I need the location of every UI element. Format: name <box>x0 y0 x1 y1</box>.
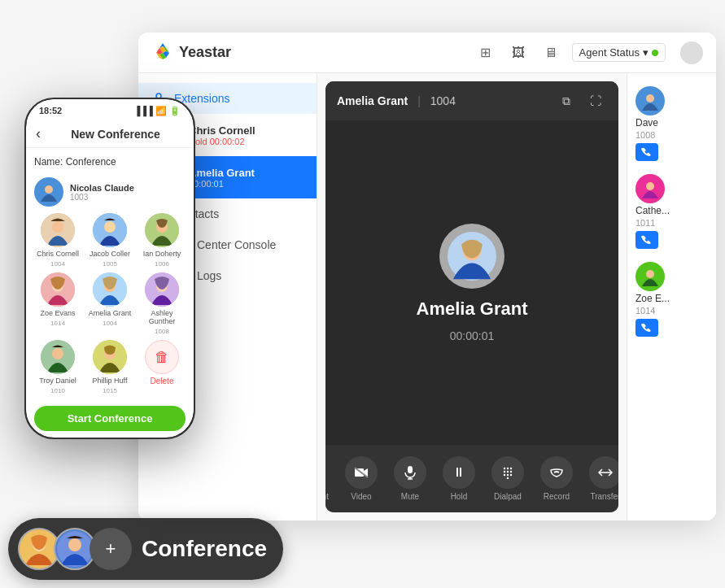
dave-call-button[interactable] <box>635 143 658 161</box>
conf-jacob-status: 1005 <box>103 260 117 268</box>
nicolas-avatar <box>34 177 63 207</box>
caller-name-display: Amelia Grant <box>417 298 528 320</box>
conf-ashley-status: 1008 <box>155 328 169 335</box>
agent-status-button[interactable]: Agent Status ▾ <box>572 43 666 62</box>
video-header: Amelia Grant | 1004 ⧉ ⛶ <box>325 81 618 120</box>
yeastar-logo-icon <box>151 41 174 64</box>
nicolas-status: 1003 <box>70 193 134 202</box>
svg-point-44 <box>646 94 654 102</box>
amelia-name: Amelia Grant <box>189 167 304 179</box>
user-avatar[interactable] <box>680 41 703 64</box>
svg-point-40 <box>507 477 509 479</box>
conference-pill-label: Conference <box>142 536 267 562</box>
chris-status: Hold 00:00:02 <box>189 137 304 146</box>
right-contact-catherine: Cathe... 1011 <box>627 168 716 255</box>
app-logo: Yeastar <box>151 41 231 64</box>
hold-button[interactable]: ⏸ Hold <box>443 456 475 501</box>
add-participant-button[interactable]: Add Participant <box>325 456 329 501</box>
conf-chris: Chris Cornell 1004 <box>34 213 81 268</box>
image-icon[interactable]: 🖼 <box>507 41 530 64</box>
main-area: Amelia Grant | 1004 ⧉ ⛶ <box>317 73 627 520</box>
conf-amelia-name: Amelia Grant <box>89 309 132 317</box>
pill-avatars: + <box>18 528 132 570</box>
pill-plus-icon: + <box>90 528 132 570</box>
conf-name-value: Conference <box>66 156 116 168</box>
zoe-avatar <box>635 262 665 291</box>
video-controls: + New Call Add Participant <box>325 445 618 512</box>
conference-pill: + Conference <box>8 518 283 580</box>
phone-screen: 18:52 ▐▐▐ 📶 🔋 ‹ New Conference Name: Con… <box>26 99 194 438</box>
conf-delete[interactable]: 🗑 Delete <box>138 340 186 394</box>
conf-delete-label: Delete <box>151 377 174 385</box>
start-conference-button[interactable]: Start Conference <box>34 406 186 431</box>
app-title: Yeastar <box>179 44 231 61</box>
catherine-call-button[interactable] <box>635 231 658 249</box>
catherine-name: Cathe... <box>635 205 670 216</box>
video-main: Amelia Grant 00:00:01 <box>325 120 618 445</box>
svg-point-45 <box>646 182 654 190</box>
agent-status-label: Agent Status <box>579 46 640 59</box>
status-indicator <box>652 50 658 56</box>
record-button[interactable]: Record <box>540 456 573 501</box>
zoe-ext: 1014 <box>635 306 655 316</box>
transfer-button[interactable]: Transfer <box>589 456 618 501</box>
conf-ian-status: 1006 <box>155 260 169 268</box>
catherine-avatar <box>635 174 665 203</box>
back-button[interactable]: ‹ <box>36 125 41 142</box>
amelia-call-info: Amelia Grant 00:00:01 <box>189 167 304 189</box>
svg-point-37 <box>504 474 505 476</box>
dave-name: Dave <box>635 117 658 128</box>
conf-ian: Ian Doherty 1006 <box>138 213 186 268</box>
nicolas-name: Nicolas Claude <box>70 183 134 193</box>
conf-zoe: Zoe Evans 1014 <box>34 272 81 335</box>
chris-call-info: Chris Cornell Hold 00:00:02 <box>189 124 304 146</box>
dialpad-button[interactable]: Dialpad <box>491 456 524 501</box>
monitor-icon[interactable]: 🖥 <box>539 41 562 64</box>
phone-signal: ▐▐▐ 📶 🔋 <box>134 106 181 116</box>
grid-icon[interactable]: ⊞ <box>474 41 497 64</box>
conf-chris-name: Chris Cornell <box>37 250 79 258</box>
svg-point-31 <box>504 468 505 469</box>
svg-point-36 <box>510 471 512 473</box>
chris-name: Chris Cornell <box>189 124 304 137</box>
conf-jacob: Jacob Coller 1005 <box>86 213 133 268</box>
dave-avatar <box>635 86 665 115</box>
conf-zoe-name: Zoe Evans <box>40 309 75 317</box>
svg-point-34 <box>504 471 505 473</box>
app-header: Yeastar ⊞ 🖼 🖥 Agent Status ▾ <box>138 33 716 73</box>
phone-time: 18:52 <box>39 106 62 115</box>
caller-avatar-large <box>439 224 504 289</box>
conf-phillip-name: Phillip Huff <box>93 377 128 385</box>
conf-grid: Chris Cornell 1004 Jacob Coller 10 <box>34 213 186 394</box>
conf-phillip-status: 1015 <box>103 387 117 394</box>
svg-point-51 <box>104 221 116 233</box>
conf-troy-name: Troy Daniel <box>39 377 76 385</box>
conf-name-label: Name: Conference <box>34 156 186 168</box>
dave-ext: 1008 <box>635 130 655 140</box>
delete-icon: 🗑 <box>145 340 179 374</box>
phone-mockup: 18:52 ▐▐▐ 📶 🔋 ‹ New Conference Name: Con… <box>24 98 195 439</box>
fullscreen-button[interactable]: ⛶ <box>584 89 607 112</box>
conf-name-key: Name: <box>34 156 63 168</box>
svg-point-46 <box>646 270 654 278</box>
mute-button[interactable]: Mute <box>394 456 426 501</box>
chevron-down-icon: ▾ <box>643 46 649 59</box>
right-contact-dave: Dave 1008 <box>627 80 716 168</box>
phone-title: New Conference <box>47 128 184 141</box>
conf-zoe-status: 1014 <box>50 320 65 327</box>
nicolas-info: Nicolas Claude 1003 <box>70 183 134 202</box>
right-contacts-sidebar: Dave 1008 Cathe... 1011 <box>627 73 716 520</box>
conf-jacob-name: Jacob Coller <box>90 250 130 258</box>
svg-point-47 <box>45 185 53 194</box>
zoe-call-button[interactable] <box>635 319 658 337</box>
desktop-app: Yeastar ⊞ 🖼 🖥 Agent Status ▾ Extensions <box>138 33 716 520</box>
pip-button[interactable]: ⧉ <box>555 89 578 112</box>
conf-ashley: Ashley Gunther 1008 <box>138 272 186 335</box>
conf-amelia: Amelia Grant 1004 <box>86 272 133 335</box>
video-button[interactable]: Video <box>345 456 378 501</box>
svg-rect-28 <box>408 466 413 473</box>
svg-point-33 <box>510 468 512 469</box>
phone-status-bar: 18:52 ▐▐▐ 📶 🔋 <box>26 99 194 122</box>
conf-ian-name: Ian Doherty <box>143 250 181 258</box>
nicolas-row: Nicolas Claude 1003 <box>34 174 186 213</box>
